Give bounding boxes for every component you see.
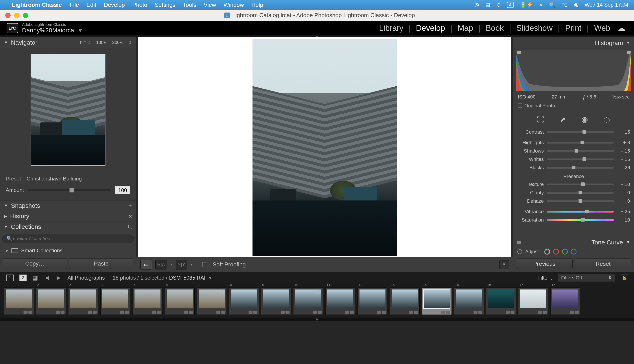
play-icon[interactable]: ⊙: [496, 2, 501, 8]
module-develop[interactable]: Develop: [414, 24, 447, 33]
menubar-clock[interactable]: Wed 14 Sep 17.04: [585, 2, 628, 8]
grid-view-icon[interactable]: ▦: [33, 274, 38, 281]
filmstrip-thumb[interactable]: 4: [100, 288, 130, 315]
filmstrip-thumb[interactable]: 8: [229, 288, 259, 315]
add-collection-icon[interactable]: +.: [126, 223, 132, 230]
slider-track[interactable]: [547, 192, 614, 194]
identity-menu-icon[interactable]: ▼: [77, 27, 83, 34]
menu-file[interactable]: File: [70, 2, 79, 8]
curve-blue-icon[interactable]: [571, 249, 576, 254]
previous-button[interactable]: Previous: [516, 258, 573, 269]
filter-lock-icon[interactable]: 🔓: [621, 274, 628, 281]
battery-icon[interactable]: 🔋⚡: [520, 2, 533, 8]
close-button[interactable]: [5, 13, 11, 18]
ba-menu-icon[interactable]: ▾: [170, 262, 172, 267]
histogram-header[interactable]: Histogram ▼: [513, 37, 634, 49]
filmstrip-thumb[interactable]: 15: [454, 288, 484, 315]
healing-tool-icon[interactable]: ⬈: [558, 115, 567, 124]
menu-settings[interactable]: Settings: [155, 2, 175, 8]
clear-history-icon[interactable]: ×: [129, 213, 132, 220]
before-after-swap-icon[interactable]: Y|Y: [176, 260, 187, 270]
menu-help[interactable]: Help: [251, 2, 263, 8]
slider-clarity[interactable]: Clarity0: [517, 188, 630, 197]
input-icon[interactable]: A: [507, 2, 513, 8]
slider-track[interactable]: [547, 158, 614, 160]
curve-rgb-icon[interactable]: [544, 249, 550, 254]
filmstrip-thumb[interactable]: 5: [132, 288, 162, 315]
reset-button[interactable]: Reset: [575, 258, 631, 269]
wifi-icon[interactable]: ⟡: [539, 2, 543, 8]
histogram[interactable]: [516, 50, 631, 91]
ba-swap-menu-icon[interactable]: ▾: [191, 262, 192, 267]
amount-value[interactable]: 100: [115, 186, 130, 194]
slider-shadows[interactable]: Shadows– 15: [517, 147, 630, 155]
history-header[interactable]: ▶ History ×: [0, 211, 136, 222]
slider-contrast[interactable]: Contrast+ 15: [517, 128, 630, 136]
adjust-radio[interactable]: [517, 249, 522, 254]
slider-blacks[interactable]: Blacks– 26: [517, 164, 630, 172]
nav-fit[interactable]: FIT ⇕: [80, 40, 91, 45]
menu-develop[interactable]: Develop: [104, 2, 125, 8]
minimize-button[interactable]: [14, 13, 19, 18]
filmstrip-thumb[interactable]: 12: [357, 288, 387, 315]
filmstrip-thumb[interactable]: 16: [486, 288, 516, 315]
loupe-view-icon[interactable]: ▭: [140, 260, 152, 270]
slider-track[interactable]: [547, 219, 614, 221]
curve-red-icon[interactable]: [553, 249, 559, 254]
bottom-panel-toggle[interactable]: ▼: [0, 318, 634, 321]
filmstrip-thumb[interactable]: 7: [197, 288, 227, 315]
panel-switch-icon[interactable]: [517, 241, 521, 244]
menu-window[interactable]: Window: [224, 2, 244, 8]
module-library[interactable]: Library: [377, 24, 405, 33]
amount-slider[interactable]: [28, 189, 111, 191]
secondary-display-1[interactable]: 1: [6, 274, 14, 281]
filename-menu-icon[interactable]: ▾: [209, 275, 212, 281]
soft-proof-checkbox[interactable]: [202, 262, 207, 267]
before-after-lr-icon[interactable]: R|A: [155, 260, 167, 270]
filmstrip-thumb[interactable]: 2: [36, 288, 66, 315]
top-panel-toggle[interactable]: ▲: [0, 35, 634, 37]
menu-tools[interactable]: Tools: [183, 2, 196, 8]
filter-select[interactable]: Filters Off⇕: [558, 274, 615, 282]
slider-track[interactable]: [547, 184, 614, 185]
secondary-display-2[interactable]: 2: [19, 274, 27, 281]
nav-forward-icon[interactable]: ►: [56, 274, 62, 281]
image-canvas-area[interactable]: [136, 37, 513, 257]
slider-track[interactable]: [547, 200, 614, 202]
filmstrip-thumb[interactable]: 13: [390, 288, 419, 315]
slider-saturation[interactable]: Saturation+ 10: [517, 216, 630, 224]
navigator-header[interactable]: ▼ Navigator FIT ⇕ 100% 300% ⇕: [0, 37, 136, 48]
siri-icon[interactable]: ◉: [574, 2, 578, 8]
slider-dehaze[interactable]: Dehaze0: [517, 197, 630, 205]
filmstrip-thumb[interactable]: 9: [261, 288, 291, 315]
control-center-icon[interactable]: ⌥: [562, 2, 568, 8]
slider-whites[interactable]: Whites+ 15: [517, 155, 630, 164]
slider-track[interactable]: [547, 150, 614, 152]
nav-100[interactable]: 100%: [96, 40, 107, 45]
slider-track[interactable]: [547, 131, 614, 133]
filmstrip-thumb[interactable]: 6: [165, 288, 194, 315]
module-web[interactable]: Web: [592, 24, 612, 33]
menu-edit[interactable]: Edit: [87, 2, 96, 8]
spotlight-icon[interactable]: 🔍: [549, 2, 555, 8]
module-map[interactable]: Map: [456, 24, 475, 33]
crop-tool-icon[interactable]: ⛶: [536, 115, 545, 124]
slider-texture[interactable]: Texture+ 10: [517, 180, 630, 188]
filmstrip-thumb[interactable]: 18: [550, 288, 580, 315]
cloud-sync-icon[interactable]: ☁: [618, 24, 625, 32]
collections-header[interactable]: ▼ Collections +.: [0, 222, 136, 232]
slider-track[interactable]: [547, 142, 614, 144]
smart-collections-item[interactable]: ▶ Smart Collections: [0, 245, 136, 256]
filename-label[interactable]: DSCF5085.RAF: [169, 275, 207, 281]
disk-icon[interactable]: ▤: [485, 2, 490, 8]
menubar-app-name[interactable]: Lightroom Classic: [12, 2, 62, 8]
filmstrip-thumb[interactable]: 1: [4, 288, 34, 315]
module-book[interactable]: Book: [483, 24, 506, 33]
navigator-preview[interactable]: [31, 54, 105, 166]
slider-track[interactable]: [547, 167, 614, 168]
module-slideshow[interactable]: Slideshow: [514, 24, 555, 33]
filmstrip-thumb[interactable]: 10: [293, 288, 323, 315]
filmstrip-thumb[interactable]: 11: [325, 288, 355, 315]
filter-collections-input[interactable]: 🔍▾ Filter Collections: [2, 234, 134, 243]
nav-300[interactable]: 300%: [112, 40, 123, 45]
